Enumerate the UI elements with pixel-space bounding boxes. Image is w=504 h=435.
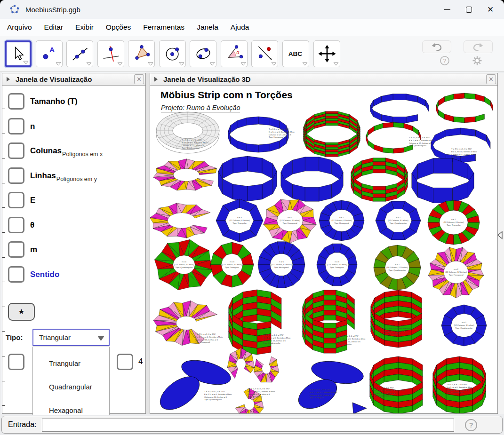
ellipse-tool-button[interactable] [190,40,216,67]
graphics-3d-close-button[interactable]: ✕ [486,74,496,84]
extra-checkbox-left[interactable] [8,354,24,370]
minimize-icon [444,9,450,10]
tool-dropdown-icon[interactable] [148,62,153,66]
menu-exibir[interactable]: Exibir [69,20,100,34]
tipo-option-quadrangular[interactable]: Quadrangular [33,378,109,401]
svg-text:(12 Colunas, 6 Linhas): (12 Colunas, 6 Linhas) [229,219,250,221]
svg-text:T = 3.5, n = 1, θ = 270°: T = 3.5, n = 1, θ = 270° [338,335,359,337]
checkbox-row--: θ [8,217,34,233]
svg-text:Tipo: Triangular: Tipo: Triangular [310,396,324,399]
svg-text:Tipo: Quadrangular: Tipo: Quadrangular [383,332,400,335]
svg-text:E = 1.5, m = 0, Sentido = Meio: E = 1.5, m = 0, Sentido = Meio [195,336,223,338]
redo-button[interactable] [464,40,493,53]
svg-text:Tipo: Hexagonal: Tipo: Hexagonal [274,266,288,269]
svg-text:Tipo: Triangular: Tipo: Triangular [451,156,465,158]
undo-button[interactable] [422,40,451,53]
panel-menu-arrow-icon[interactable] [7,77,10,82]
angle-tool-button[interactable]: α [221,40,248,67]
tool-dropdown-icon[interactable] [117,62,123,66]
input-bar-frame: Entrada: ? [1,416,503,434]
graphics-view-close-button[interactable]: ✕ [134,74,144,84]
tool-dropdown-icon[interactable] [333,62,339,66]
mobius-strip [351,158,408,201]
tool-dropdown-icon[interactable] [209,62,215,66]
mobius-strip: n = 6(12 Colunas, 6 Linhas)Tipo: Hexagon… [258,242,305,288]
menu-arquivo[interactable]: Arquivo [1,20,38,34]
svg-text:T = 3.5, n = 1, θ = 360°: T = 3.5, n = 1, θ = 360° [383,324,404,327]
checkbox-row-tamanho-t-: Tamanho (T) [8,93,78,110]
reflection-tool-button[interactable] [251,40,278,67]
svg-text:Tipo: Hexagonal: Tipo: Hexagonal [282,222,297,224]
entrada-input[interactable] [42,419,454,432]
checkbox-5[interactable] [8,192,24,208]
gear-icon [472,55,482,66]
perpendicular-line-tool-button[interactable] [97,40,124,67]
toolbar-settings-button[interactable] [472,55,482,66]
point-tool-button[interactable]: A [36,40,63,67]
toolbar-help-button[interactable]: ? [440,55,450,66]
tool-dropdown-icon[interactable] [271,62,277,66]
tool-dropdown-icon[interactable] [86,62,92,66]
graphics-view-canvas[interactable]: ★ Tipo: Triangular TriangularQuadrangula… [2,86,145,413]
panel-menu-arrow-icon[interactable] [154,77,158,82]
checkbox-2[interactable] [8,118,24,134]
tipo-option-triangular[interactable]: Triangular [33,354,109,378]
maximize-button[interactable] [458,0,480,19]
checkbox-4[interactable] [8,167,24,184]
graphics-3d-canvas[interactable]: n = 4(12 Colunas, 6 Linhas)Tipo: Triangu… [150,86,497,413]
checkbox-row-linhas: LinhasPolígonos em y [8,167,97,184]
svg-text:n = 2: n = 2 [395,263,400,266]
circle-tool-button[interactable] [159,40,186,67]
svg-text:E = 1, m = 0, Sentido = Meio: E = 1, m = 0, Sentido = Meio [409,139,435,142]
svg-text:E = 1, m = 0, Sentido = Meio: E = 1, m = 0, Sentido = Meio [269,131,295,133]
svg-text:Colunas = 16, Linhas = 6: Colunas = 16, Linhas = 6 [248,393,270,395]
minimize-button[interactable] [436,0,458,19]
menu-janela[interactable]: Janela [191,20,224,34]
move-tool-button[interactable] [5,40,32,67]
move-graphics-view-tool-button[interactable] [313,40,340,67]
svg-text:Colunas = 12, Linhas = 6: Colunas = 12, Linhas = 6 [373,392,396,395]
window-title: MoebiusStrip.ggb [25,6,80,14]
polygon-tool-button[interactable] [128,40,155,67]
application-window: MoebiusStrip.ggb ✕ ArquivoEditarExibirOp… [0,0,504,435]
line-icon [71,44,89,63]
menu-bar: ArquivoEditarExibirOpçõesFerramentasJane… [0,19,504,36]
svg-text:n = 6: n = 6 [279,261,284,263]
tool-dropdown-icon[interactable] [56,62,61,66]
checkbox-7[interactable] [8,241,24,258]
y-axis-tick [2,405,5,406]
checkbox-3[interactable] [8,142,24,159]
tool-dropdown-icon[interactable] [23,61,29,64]
collapse-left-arrow-icon[interactable] [497,231,503,239]
menu-ferramentas[interactable]: Ferramentas [137,20,191,34]
input-label: Entrada: [8,420,36,429]
menu-ajuda[interactable]: Ajuda [224,20,256,34]
star-button[interactable]: ★ [8,303,35,321]
title-bar: MoebiusStrip.ggb ✕ [0,0,504,19]
y-axis-tick [2,109,5,109]
menu-editar[interactable]: Editar [38,20,70,34]
checkbox-label: Tamanho (T) [30,97,78,106]
tipo-dropdown[interactable]: Triangular [32,329,110,346]
tool-dropdown-icon[interactable] [179,62,184,66]
panel-splitter[interactable] [146,73,150,414]
canvas-heading: Möbius Strip com n Torções [160,89,293,101]
checkbox-1[interactable] [8,93,24,110]
text-tool-button[interactable]: ABC [282,40,309,67]
svg-text:T = 3.5, n = 1, θ = 270°: T = 3.5, n = 1, θ = 270° [195,333,216,335]
svg-text:(18 Colunas, 6 Linhas): (18 Colunas, 6 Linhas) [443,221,464,223]
svg-text:E = 1.5, m = 0, Sentido = Meio: E = 1.5, m = 0, Sentido = Meio [263,337,291,339]
checkbox-8[interactable] [8,266,24,283]
line-tool-button[interactable] [66,40,93,67]
tool-dropdown-icon[interactable] [240,62,246,66]
svg-text:Colunas = 12, Linhas = 6: Colunas = 12, Linhas = 6 [383,330,406,332]
menu-opções[interactable]: Opções [100,20,137,34]
tool-dropdown-icon[interactable] [302,62,308,66]
extra-checkbox-right[interactable] [117,354,133,370]
input-help-button[interactable]: ? [465,419,477,431]
right-collapse-gutter [498,73,504,414]
svg-text:T = 3.5, n = 2, θ = 270°: T = 3.5, n = 2, θ = 270° [204,390,225,393]
close-button[interactable]: ✕ [480,0,501,19]
mobius-strip [370,94,429,123]
checkbox-6[interactable] [8,217,24,233]
